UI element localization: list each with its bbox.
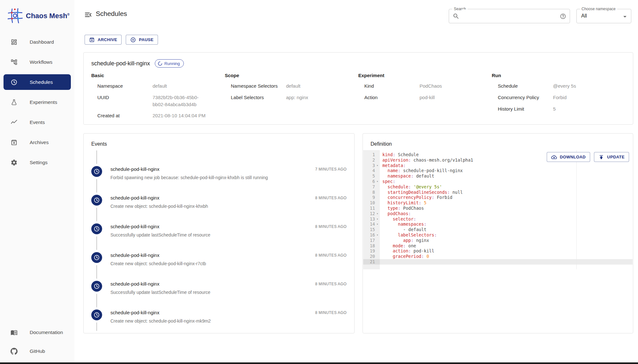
dashboard-icon — [11, 39, 18, 46]
detail-row: Concurrency PolicyForbid — [492, 95, 625, 101]
sidebar-item-workflows[interactable]: Workflows — [4, 54, 71, 70]
clock-icon — [91, 166, 102, 177]
detail-value: @every 5s — [553, 83, 611, 90]
detail-value: default — [153, 83, 210, 90]
detail-row: Created at2021-08-10 14:04:04 PM — [91, 113, 225, 119]
clock-icon — [11, 79, 18, 86]
event-message: Create new object: schedule-pod-kill-ngi… — [110, 318, 211, 324]
line-number: 6 — [372, 179, 375, 184]
schedule-sections: BasicNamespacedefaultUUID7382bf2b-0b36-4… — [84, 68, 633, 119]
code-line: metadata: — [380, 163, 633, 168]
sidebar-item-events[interactable]: Events — [4, 114, 71, 130]
code-line: namespaces: — [380, 222, 633, 227]
namespace-select[interactable]: Choose namespace All — [576, 9, 631, 23]
sidebar-item-label: Experiments — [30, 99, 57, 105]
fold-toggle-icon[interactable]: ▾ — [375, 179, 380, 184]
sidebar-item-documentation[interactable]: Documentation — [4, 324, 71, 340]
line-number: 5 — [372, 173, 375, 179]
toolbar: ARCHIVE PAUSE — [85, 35, 158, 45]
line-number: 13 — [370, 216, 375, 222]
event-item: schedule-pod-kill-nginxCreate new object… — [91, 309, 347, 320]
update-button[interactable]: UPDATE — [594, 152, 629, 162]
pause-button[interactable]: PAUSE — [126, 35, 158, 45]
events-icon — [11, 119, 18, 126]
brand-name: Chaos Mesh® — [26, 12, 70, 20]
sidebar-item-label: Workflows — [30, 59, 52, 65]
search-icon — [453, 13, 460, 20]
timeline-connector — [96, 208, 97, 221]
line-number: 15 — [370, 227, 375, 232]
schedule-name: schedule-pod-kill-nginx — [91, 60, 150, 67]
gutter-line: 12▾ — [363, 211, 380, 216]
section-basic: BasicNamespacedefaultUUID7382bf2b-0b36-4… — [91, 73, 225, 119]
detail-value: 5 — [553, 106, 611, 113]
code-line: type: PodChaos — [380, 206, 633, 211]
timeline-connector — [96, 179, 97, 193]
event-item: schedule-pod-kill-nginxSuccessfully upda… — [91, 281, 347, 292]
line-number: 7 — [372, 184, 375, 190]
line-number: 21 — [370, 259, 375, 265]
sidebar-item-label: Dashboard — [30, 39, 54, 45]
code-line: schedule: '@every 5s' — [380, 184, 633, 190]
section-experiment: ExperimentKindPodChaosActionpod-kill — [358, 73, 492, 119]
status-badge: Running — [155, 59, 184, 68]
gutter-line: 7 — [363, 184, 380, 190]
detail-row: UUID7382bf2b-0b36-45b0-bb02-84abca4b3d4b — [91, 95, 225, 108]
detail-value: Forbid — [553, 94, 611, 101]
archive-box-icon — [11, 139, 18, 146]
event-title: schedule-pod-kill-nginx — [110, 224, 210, 229]
event-message: Successfully update lastScheduleTime of … — [110, 232, 210, 237]
menu-open-icon[interactable] — [84, 11, 93, 19]
search-field[interactable]: Search — [449, 9, 570, 23]
fold-toggle-icon[interactable]: ▾ — [375, 211, 380, 216]
page-title: Schedules — [96, 10, 127, 18]
event-body: schedule-pod-kill-nginxSuccessfully upda… — [110, 223, 210, 234]
event-body: schedule-pod-kill-nginxCreate new object… — [110, 195, 208, 206]
sidebar-item-dashboard[interactable]: Dashboard — [4, 34, 71, 50]
event-title: schedule-pod-kill-nginx — [110, 195, 208, 200]
editor-code[interactable]: kind: ScheduleapiVersion: chaos-mesh.org… — [380, 150, 633, 269]
sidebar-item-github[interactable]: GitHub — [4, 343, 71, 359]
line-number: 2 — [372, 157, 375, 163]
event-message: Create new object: schedule-pod-kill-ngi… — [110, 204, 208, 209]
detail-value: PodChaos — [420, 83, 477, 90]
archive-button[interactable]: ARCHIVE — [85, 35, 122, 45]
fold-toggle-icon[interactable]: ▾ — [375, 222, 380, 227]
fold-toggle-icon[interactable]: ▾ — [375, 232, 380, 238]
gutter-line: 21 — [363, 259, 380, 265]
sidebar-item-settings[interactable]: Settings — [4, 155, 71, 170]
yaml-editor[interactable]: 123▾456▾789101112▾13▾14▾1516▾1718192021 … — [363, 150, 633, 269]
github-icon — [11, 348, 18, 355]
search-input[interactable] — [462, 10, 558, 23]
event-title: schedule-pod-kill-nginx — [110, 166, 268, 172]
code-line: labelSelectors: — [380, 232, 633, 238]
events-panel-title: Events — [91, 141, 107, 147]
sidebar-item-schedules[interactable]: Schedules — [4, 74, 71, 90]
code-line: historyLimit: 5 — [380, 200, 633, 206]
sidebar-item-experiments[interactable]: Experiments — [4, 94, 71, 110]
sidebar-footer-nav: DocumentationGitHub — [0, 324, 74, 364]
event-item: schedule-pod-kill-nginxSuccessfully upda… — [91, 223, 347, 234]
gutter-line: 2 — [363, 157, 380, 163]
sidebar-item-archives[interactable]: Archives — [4, 135, 71, 150]
timeline-connector — [96, 294, 97, 307]
clock-icon — [91, 223, 102, 234]
section-title: Experiment — [358, 73, 492, 78]
pause-circle-icon — [130, 37, 136, 43]
chaos-mesh-logo: Chaos Mesh® — [0, 0, 74, 23]
detail-row: Schedule@every 5s — [492, 83, 625, 90]
fold-toggle-icon[interactable]: ▾ — [375, 216, 380, 222]
definition-panel: Definition DOWNLOAD UPDATE 123▾456▾78910… — [363, 133, 633, 333]
event-item: schedule-pod-kill-nginxForbid spawning n… — [91, 166, 347, 177]
gutter-line: 3▾ — [363, 163, 380, 168]
download-button[interactable]: DOWNLOAD — [547, 152, 590, 162]
clock-icon — [91, 309, 102, 320]
help-icon[interactable] — [560, 13, 566, 19]
fold-toggle-icon[interactable]: ▾ — [375, 163, 380, 168]
detail-value: 2021-08-10 14:04:04 PM — [153, 112, 210, 119]
detail-row: Namespace Selectorsdefault — [225, 83, 358, 90]
line-number: 17 — [370, 238, 375, 243]
detail-label: Label Selectors — [231, 95, 286, 101]
section-title: Basic — [91, 73, 225, 78]
sidebar-item-label: Schedules — [30, 79, 53, 85]
